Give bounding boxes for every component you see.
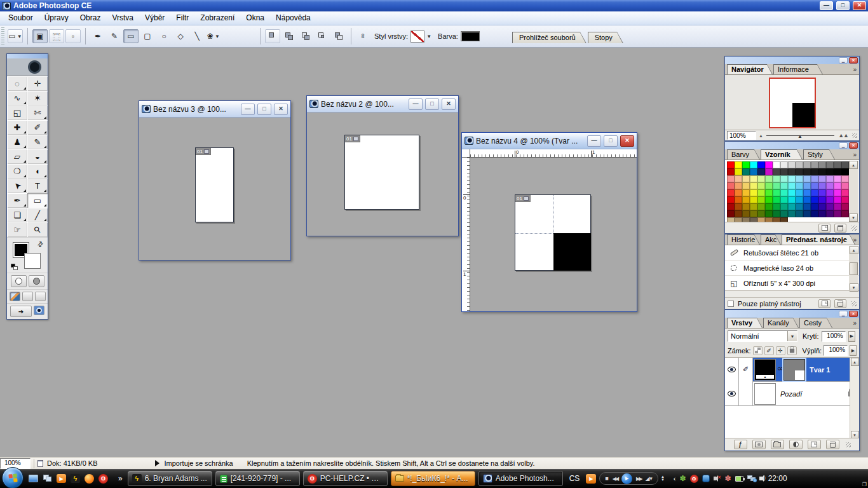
magic-wand-tool[interactable]: ✶	[27, 91, 48, 105]
lock-paint-button[interactable]: ✐	[764, 346, 774, 355]
color-swatch[interactable]	[773, 189, 780, 196]
color-swatch[interactable]	[788, 175, 796, 182]
quicklaunch-overflow-chevron[interactable]: »	[118, 474, 123, 483]
color-swatch[interactable]	[834, 203, 841, 210]
taskbar-button-winamp[interactable]: ϟ6. Bryan Adams ...	[128, 471, 212, 486]
icq-online-icon[interactable]: ✽	[680, 474, 686, 483]
tab-kan-ly[interactable]: Kanály	[763, 318, 799, 328]
start-button[interactable]	[2, 467, 24, 488]
tab-cesty[interactable]: Cesty	[799, 318, 832, 328]
tool-preset-item[interactable]: Retušovací štětec 21 ob	[725, 245, 859, 261]
shape-layers-mode-button[interactable]: ▣	[32, 29, 48, 43]
scroll-down-icon[interactable]: ▼	[850, 283, 858, 292]
close-button[interactable]: ✕	[853, 1, 866, 10]
color-swatch[interactable]	[742, 182, 750, 189]
color-swatch[interactable]	[818, 189, 826, 196]
color-swatch[interactable]	[780, 182, 788, 189]
tab-navig-tor[interactable]: Navigátor	[727, 64, 773, 74]
canvas[interactable]: 01	[195, 147, 234, 222]
document-titlebar[interactable]: Bez názvu 4 @ 100% (Tvar ... — □ ✕	[462, 133, 637, 149]
scroll-up-icon[interactable]: ▲	[851, 358, 859, 366]
color-swatch[interactable]	[788, 168, 796, 175]
notes-tool[interactable]: ❏	[7, 208, 27, 222]
tab-historie[interactable]: Historie	[727, 234, 760, 245]
color-swatch[interactable]	[796, 175, 803, 182]
tab-vrstvy[interactable]: Vrstvy	[727, 318, 763, 328]
color-swatch[interactable]	[818, 168, 826, 175]
color-swatch[interactable]	[796, 196, 803, 203]
minimize-button[interactable]: —	[587, 135, 601, 147]
color-swatch[interactable]	[788, 196, 796, 203]
color-swatch[interactable]	[757, 203, 765, 210]
layer-mask-thumbnail[interactable]	[783, 359, 805, 381]
blend-mode-dropdown[interactable]: Normální▼	[728, 330, 797, 342]
language-indicator[interactable]: CS	[569, 474, 580, 483]
scroll-down-icon[interactable]: ▼	[849, 214, 858, 222]
resize-grip[interactable]	[846, 442, 851, 447]
color-swatch[interactable]	[742, 210, 750, 217]
eyedropper-tool[interactable]: ╱	[27, 208, 48, 222]
menu-item-v-b-r[interactable]: Výběr	[139, 11, 170, 25]
color-swatch[interactable]	[735, 189, 742, 196]
color-swatch[interactable]	[780, 203, 788, 210]
color-swatch[interactable]	[750, 203, 757, 210]
color-swatch[interactable]	[780, 168, 788, 175]
color-swatch[interactable]	[742, 175, 750, 182]
color-swatch[interactable]	[780, 189, 788, 196]
scrollbar-thumb[interactable]	[850, 262, 858, 275]
color-swatch[interactable]	[727, 161, 735, 168]
tool-preset-item[interactable]: Magnetické laso 24 ob	[725, 261, 859, 276]
resize-grip[interactable]	[851, 301, 857, 306]
color-swatch[interactable]	[796, 210, 803, 217]
minimize-button[interactable]: ▁	[839, 57, 848, 64]
color-swatch[interactable]	[727, 175, 735, 182]
tab-brushes[interactable]: Stopy	[588, 32, 623, 43]
next-button[interactable]: ▶▶	[636, 476, 641, 482]
combine-new-button[interactable]	[265, 29, 280, 43]
background-color-swatch[interactable]	[24, 253, 41, 269]
color-swatch[interactable]	[841, 210, 849, 217]
color-swatch[interactable]	[750, 210, 757, 217]
color-swatch[interactable]	[826, 175, 834, 182]
standard-screen-mode-button[interactable]	[10, 292, 20, 301]
color-swatch[interactable]	[765, 168, 773, 175]
taskbar-button-opera[interactable]: OPC-HELP.CZ • O...	[303, 471, 388, 486]
color-swatch[interactable]	[834, 161, 841, 168]
canvas[interactable]: 01	[515, 194, 591, 271]
color-swatch[interactable]	[773, 196, 780, 203]
color-swatch[interactable]	[780, 161, 788, 168]
color-swatch[interactable]	[735, 161, 742, 168]
color-swatch[interactable]	[803, 161, 811, 168]
color-swatch[interactable]	[742, 161, 750, 168]
color-swatch[interactable]	[773, 203, 780, 210]
taskbar-button-icq-message[interactable]: [241-920-779] - ...	[215, 471, 300, 486]
line-shape-button[interactable]: ╲	[189, 29, 205, 43]
color-swatch[interactable]	[796, 168, 803, 175]
color-swatch[interactable]	[757, 161, 765, 168]
color-swatch[interactable]	[818, 175, 826, 182]
color-swatch[interactable]	[788, 182, 796, 189]
color-swatch[interactable]	[826, 189, 834, 196]
color-swatch[interactable]	[834, 196, 841, 203]
color-swatch[interactable]	[773, 182, 780, 189]
color-swatch[interactable]	[834, 168, 841, 175]
shape-color-swatch[interactable]	[461, 31, 480, 41]
layer-row-tvar1[interactable]: ✐ ▲ 8 Tvar 1	[725, 358, 859, 382]
close-button[interactable]: ✕	[620, 135, 634, 147]
color-swatch[interactable]	[765, 210, 773, 217]
tab-vzorn-k[interactable]: Vzorník	[761, 149, 803, 159]
color-swatch[interactable]	[757, 175, 765, 182]
visibility-toggle[interactable]	[725, 382, 739, 406]
scroll-up-icon[interactable]: ▲	[849, 161, 858, 169]
visibility-toggle[interactable]	[725, 358, 739, 382]
network-icon[interactable]	[747, 475, 756, 482]
presets-scrollbar[interactable]: ▲ ▼	[849, 246, 858, 292]
color-swatch[interactable]	[765, 175, 773, 182]
color-swatch[interactable]	[803, 175, 811, 182]
color-swatch[interactable]	[773, 168, 780, 175]
resize-grip[interactable]	[852, 133, 857, 138]
toolbox-grip[interactable]	[7, 54, 48, 58]
color-swatch[interactable]	[803, 182, 811, 189]
show-desktop-icon[interactable]	[28, 473, 39, 484]
tab-styly[interactable]: Styly	[803, 149, 835, 159]
